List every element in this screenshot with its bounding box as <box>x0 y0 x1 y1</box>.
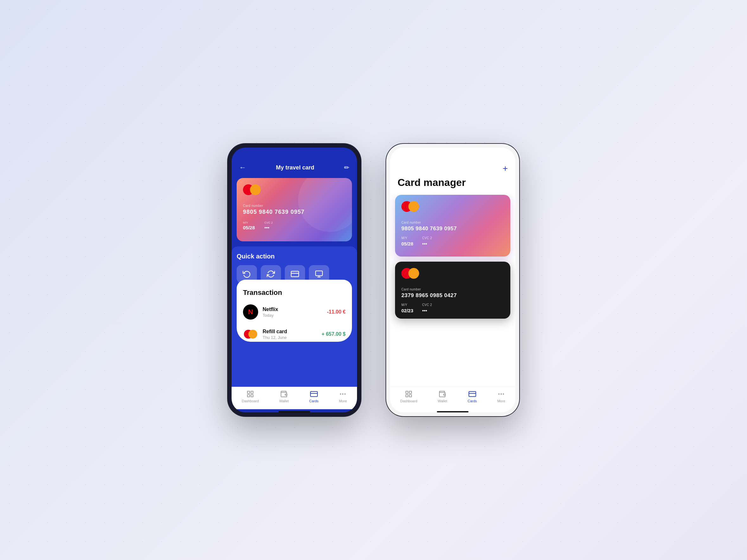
card1-fields: M/Y 05/28 CVC 2 ••• <box>402 236 504 246</box>
refill-name: Refill card <box>263 329 321 335</box>
card1-cvc-label: CVC 2 <box>422 236 432 240</box>
refill-amount: + 657.00 $ <box>321 331 345 337</box>
card2-expiry-label: M/Y <box>402 303 413 306</box>
svg-point-22 <box>503 394 504 394</box>
qa-send-button[interactable] <box>285 265 305 283</box>
transaction-item-netflix: N Netflix Today -11.00 € <box>243 304 345 320</box>
svg-rect-14 <box>406 391 408 393</box>
transaction-panel: Transaction N Netflix Today -11.00 € <box>237 280 352 342</box>
phone1-bottom-nav: Dashboard Wallet Cards <box>232 387 357 409</box>
nav-dashboard[interactable]: Dashboard <box>242 390 259 403</box>
svg-point-12 <box>342 394 343 394</box>
home-indicator <box>279 411 310 412</box>
card1-number: 9805 9840 7639 0957 <box>402 225 504 232</box>
nav-cards[interactable]: Cards <box>309 390 318 403</box>
expiry-value: 05/28 <box>243 225 255 230</box>
netflix-amount: -11.00 € <box>327 309 345 315</box>
qa-refresh-button[interactable] <box>261 265 281 283</box>
mastercard-logo-1 <box>402 201 504 212</box>
card-bottom-fields: M/Y 05/28 CVC 2 ••• <box>243 221 345 230</box>
svg-point-13 <box>345 394 345 394</box>
cards-list: Card number 9805 9840 7639 0957 M/Y 05/2… <box>390 195 515 387</box>
svg-rect-8 <box>251 395 253 397</box>
svg-rect-16 <box>406 395 408 397</box>
travel-card: Card number 9805 9840 7639 0957 M/Y 05/2… <box>237 178 352 241</box>
quick-action-section: Quick action <box>232 246 357 387</box>
edit-button[interactable]: ✏ <box>344 164 350 171</box>
expiry-label: M/Y <box>243 221 255 224</box>
card1-expiry-value: 05/28 <box>402 241 413 246</box>
svg-rect-7 <box>248 395 250 397</box>
nav2-dashboard[interactable]: Dashboard <box>400 390 417 403</box>
back-button[interactable]: ← <box>239 163 246 172</box>
nav-more-label: More <box>339 399 347 403</box>
svg-rect-9 <box>310 392 317 397</box>
nav2-cards[interactable]: Cards <box>468 390 477 403</box>
phone2-bottom-nav: Dashboard Wallet Cards <box>390 387 515 409</box>
svg-rect-15 <box>409 391 412 393</box>
refill-icon <box>243 326 258 342</box>
card2-fields: M/Y 02/23 CVC 2 ••• <box>402 303 504 313</box>
phone1-screen: ← My travel card ✏ Card number 9805 9840… <box>232 148 357 412</box>
netflix-info: Netflix Today <box>263 306 327 318</box>
nav2-dashboard-label: Dashboard <box>400 399 417 403</box>
svg-point-11 <box>340 394 341 394</box>
card-number-value: 9805 9840 7639 0957 <box>243 209 345 215</box>
mastercard-logo-2 <box>402 268 504 279</box>
add-card-button[interactable]: + <box>503 163 508 174</box>
mastercard-logo <box>243 184 345 195</box>
nav2-wallet[interactable]: Wallet <box>437 390 447 403</box>
mc-orange-1 <box>408 201 419 212</box>
card1-expiry-label: M/Y <box>402 236 413 240</box>
card2-expiry: M/Y 02/23 <box>402 303 413 313</box>
phone1-header: ← My travel card ✏ <box>232 148 357 178</box>
card2-cvc: CVC 2 ••• <box>422 303 432 313</box>
mc-orange-2 <box>408 268 419 279</box>
nav-wallet[interactable]: Wallet <box>279 390 289 403</box>
card-expiry: M/Y 05/28 <box>243 221 255 230</box>
svg-rect-5 <box>248 391 250 393</box>
phone-2: + Card manager Card number 9805 9840 763… <box>386 144 519 416</box>
cvc-label: CVC 2 <box>264 221 273 224</box>
quick-action-title: Quick action <box>237 253 352 260</box>
card-item-1[interactable]: Card number 9805 9840 7639 0957 M/Y 05/2… <box>395 195 510 257</box>
qa-more-button[interactable] <box>309 265 329 283</box>
card2-cvc-label: CVC 2 <box>422 303 432 306</box>
cvc-value: ••• <box>264 225 273 230</box>
svg-rect-2 <box>315 271 323 275</box>
nav2-wallet-label: Wallet <box>437 399 447 403</box>
refill-date: Thu 12, June <box>263 335 321 340</box>
card-number-label: Card number <box>243 204 345 208</box>
card2-number: 2379 8965 0985 0427 <box>402 292 504 299</box>
card-manager-title: Card manager <box>390 177 515 195</box>
mc-orange-circle <box>250 184 261 195</box>
card2-expiry-value: 02/23 <box>402 308 413 313</box>
nav-wallet-label: Wallet <box>279 399 289 403</box>
card2-number-label: Card number <box>402 288 504 291</box>
svg-point-21 <box>501 394 501 394</box>
card1-cvc-value: ••• <box>422 241 432 246</box>
netflix-icon: N <box>243 304 258 320</box>
netflix-date: Today <box>263 313 327 318</box>
phone-1: ← My travel card ✏ Card number 9805 9840… <box>228 144 361 416</box>
phones-container: ← My travel card ✏ Card number 9805 9840… <box>228 144 519 416</box>
netflix-name: Netflix <box>263 306 327 312</box>
transaction-title: Transaction <box>243 289 345 297</box>
nav-dashboard-label: Dashboard <box>242 399 259 403</box>
svg-rect-17 <box>409 395 412 397</box>
nav-cards-label: Cards <box>309 399 318 403</box>
card-item-2[interactable]: Card number 2379 8965 0985 0427 M/Y 02/2… <box>395 262 510 319</box>
svg-rect-0 <box>291 271 299 276</box>
svg-rect-6 <box>251 391 253 393</box>
nav2-cards-label: Cards <box>468 399 477 403</box>
nav2-more-label: More <box>497 399 505 403</box>
refill-info: Refill card Thu 12, June <box>263 329 321 340</box>
nav-more[interactable]: More <box>339 390 347 403</box>
svg-point-20 <box>499 394 499 394</box>
qa-history-button[interactable] <box>237 265 257 283</box>
transaction-item-refill: Refill card Thu 12, June + 657.00 $ <box>243 326 345 342</box>
home-indicator-2 <box>437 411 468 412</box>
card1-expiry: M/Y 05/28 <box>402 236 413 246</box>
nav2-more[interactable]: More <box>497 390 505 403</box>
screen-title: My travel card <box>276 164 314 171</box>
